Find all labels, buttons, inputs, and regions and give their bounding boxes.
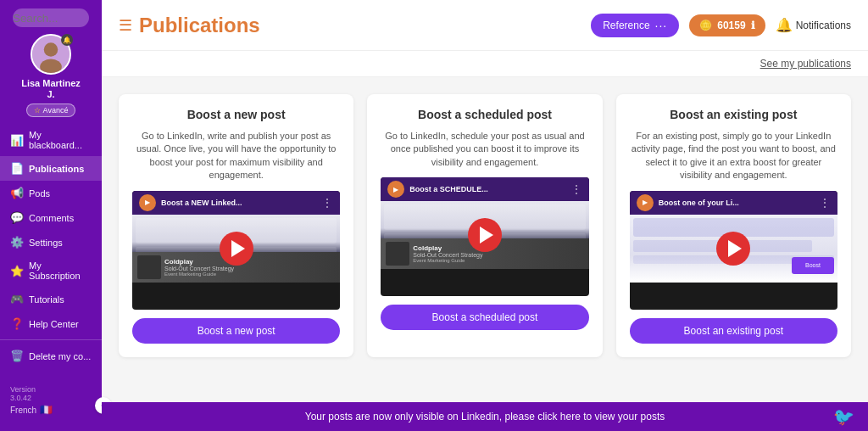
sidebar-nav: 📊 My blackboard... 📄 Publications 📢 Pods… bbox=[0, 124, 102, 368]
sidebar: 🔔 Lisa Martinez J. ☆ Avancé 📊 My blackbo… bbox=[0, 0, 102, 431]
play-triangle-icon bbox=[231, 240, 245, 257]
card-existing-post: Boost an existing post For an existing p… bbox=[616, 94, 851, 357]
video-logo-3: ▶ bbox=[637, 194, 654, 211]
video-menu-icon: ⋮ bbox=[321, 196, 333, 210]
star-icon: ⭐ bbox=[10, 265, 24, 277]
boost-new-post-button[interactable]: Boost a new post bbox=[132, 318, 340, 344]
version-text: Version bbox=[10, 385, 92, 394]
video-menu-icon-3: ⋮ bbox=[819, 196, 831, 210]
card-existing-post-title: Boost an existing post bbox=[670, 108, 797, 121]
video-top-bar-3: ▶ Boost one of your Li... ⋮ bbox=[630, 191, 837, 215]
video-title-text: Boost a NEW Linked... bbox=[161, 199, 316, 207]
language-label: French bbox=[10, 406, 36, 415]
flag-icon: 🇫🇷 bbox=[40, 404, 53, 416]
card-existing-post-video[interactable]: ▶ Boost one of your Li... ⋮ Boost bbox=[630, 191, 837, 310]
sidebar-label-settings: Settings bbox=[29, 238, 63, 248]
header: ☰ Publications Reference ··· 🪙 60159 ℹ 🔔… bbox=[102, 0, 868, 51]
content-area: Boost a new post Go to LinkedIn, write a… bbox=[102, 77, 868, 402]
notifications-button[interactable]: 🔔 Notifications bbox=[776, 17, 851, 33]
video-mock-content: Coldplay Sold-Out Concert Strategy Event… bbox=[132, 215, 340, 283]
comments-icon: 💬 bbox=[10, 211, 24, 224]
page-title-area: ☰ Publications bbox=[119, 14, 260, 37]
sidebar-label-help: Help Center bbox=[29, 319, 79, 329]
coin-value: 60159 bbox=[717, 20, 745, 31]
video-top-bar-2: ▶ Boost a SCHEDULE... ⋮ bbox=[381, 177, 588, 201]
video-mock-content-3: Boost bbox=[630, 215, 837, 283]
user-name: Lisa Martinez bbox=[21, 78, 81, 89]
see-publications-link[interactable]: See my publications bbox=[760, 58, 851, 70]
card-scheduled-post: Boost a scheduled post Go to LinkedIn, s… bbox=[367, 94, 602, 357]
card-scheduled-post-desc: Go to LinkedIn, schedule your post as us… bbox=[381, 130, 588, 169]
video-logo: ▶ bbox=[139, 194, 156, 211]
sidebar-search-input[interactable] bbox=[13, 8, 89, 27]
card-scheduled-post-video[interactable]: ▶ Boost a SCHEDULE... ⋮ Coldplay Sold-Ou bbox=[381, 177, 588, 296]
video-logo-2: ▶ bbox=[387, 181, 404, 198]
bottom-notification-bar[interactable]: Your posts are now only visible on Linke… bbox=[102, 402, 868, 431]
sidebar-label-pods: Pods bbox=[29, 188, 50, 199]
gear-icon: ⚙️ bbox=[10, 236, 24, 249]
coin-badge: 🪙 60159 ℹ bbox=[689, 14, 765, 36]
play-button-3[interactable] bbox=[716, 232, 750, 266]
sidebar-label-publications: Publications bbox=[29, 164, 84, 174]
sidebar-item-tutorials[interactable]: 🎮 Tutorials bbox=[0, 287, 102, 311]
sidebar-item-pods[interactable]: 📢 Pods bbox=[0, 181, 102, 205]
card-new-post-video[interactable]: ▶ Boost a NEW Linked... ⋮ Coldplay bbox=[132, 191, 340, 310]
video-title-text-3: Boost one of your Li... bbox=[659, 199, 814, 207]
coin-icon: 🪙 bbox=[699, 20, 712, 31]
sidebar-item-delete[interactable]: 🗑️ Delete my co... bbox=[0, 344, 102, 368]
bottom-message: Your posts are now only visible on Linke… bbox=[305, 411, 665, 423]
sidebar-item-settings[interactable]: ⚙️ Settings bbox=[0, 230, 102, 255]
sidebar-item-comments[interactable]: 💬 Comments bbox=[0, 205, 102, 230]
play-button[interactable] bbox=[220, 232, 253, 266]
publications-icon: 📄 bbox=[10, 162, 24, 175]
video-top-bar: ▶ Boost a NEW Linked... ⋮ bbox=[132, 191, 340, 215]
dashboard-icon: 📊 bbox=[10, 134, 24, 147]
video-mock-content-2: Coldplay Sold-Out Concert Strategy Event… bbox=[381, 201, 588, 269]
title-icon: ☰ bbox=[119, 16, 132, 35]
tier-label: Avancé bbox=[43, 106, 69, 115]
sidebar-label-dashboard: My blackboard... bbox=[29, 130, 92, 150]
sidebar-label-tutorials: Tutorials bbox=[29, 294, 64, 305]
header-right: Reference ··· 🪙 60159 ℹ 🔔 Notifications bbox=[591, 14, 851, 37]
boost-scheduled-post-button[interactable]: Boost a scheduled post bbox=[381, 305, 588, 330]
bell-icon: 🔔 bbox=[776, 17, 793, 33]
tier-badge: ☆ Avancé bbox=[26, 104, 76, 117]
reference-dots: ··· bbox=[655, 19, 668, 32]
card-existing-post-desc: For an existing post, simply go to your … bbox=[630, 130, 837, 182]
trash-icon: 🗑️ bbox=[10, 350, 24, 362]
play-triangle-icon-2 bbox=[480, 227, 493, 243]
pods-icon: 📢 bbox=[10, 187, 24, 199]
sidebar-item-help[interactable]: ❓ Help Center bbox=[0, 311, 102, 336]
bird-icon: 🐦 bbox=[833, 406, 854, 427]
play-triangle-icon-3 bbox=[728, 240, 742, 257]
avatar-container: 🔔 bbox=[31, 34, 71, 75]
page-title: Publications bbox=[139, 14, 260, 37]
card-scheduled-post-title: Boost a scheduled post bbox=[418, 108, 552, 121]
info-icon: ℹ bbox=[751, 20, 755, 31]
cards-row: Boost a new post Go to LinkedIn, write a… bbox=[119, 94, 851, 357]
language-row: French 🇫🇷 bbox=[10, 404, 92, 416]
reference-label: Reference bbox=[603, 20, 649, 31]
play-button-2[interactable] bbox=[468, 218, 502, 252]
video-menu-icon-2: ⋮ bbox=[570, 182, 582, 196]
notifications-label: Notifications bbox=[796, 20, 851, 31]
sidebar-item-subscription[interactable]: ⭐ My Subscription bbox=[0, 255, 102, 287]
svg-point-1 bbox=[44, 42, 58, 57]
sub-header: See my publications bbox=[102, 51, 868, 77]
notification-dot: 🔔 bbox=[61, 34, 73, 46]
sidebar-label-subscription: My Subscription bbox=[29, 260, 92, 281]
card-new-post: Boost a new post Go to LinkedIn, write a… bbox=[119, 94, 353, 357]
main-content: ☰ Publications Reference ··· 🪙 60159 ℹ 🔔… bbox=[102, 0, 868, 431]
boost-existing-post-button[interactable]: Boost an existing post bbox=[630, 318, 837, 344]
sidebar-item-publications[interactable]: 📄 Publications bbox=[0, 156, 102, 181]
sidebar-label-delete: Delete my co... bbox=[29, 351, 91, 361]
version-number: 3.0.42 bbox=[10, 394, 92, 402]
help-icon: ❓ bbox=[10, 317, 24, 330]
user-name-line2: J. bbox=[47, 89, 54, 100]
card-new-post-title: Boost a new post bbox=[187, 108, 286, 121]
sidebar-bottom: Version 3.0.42 French 🇫🇷 bbox=[0, 378, 102, 423]
sidebar-label-comments: Comments bbox=[29, 213, 74, 223]
sidebar-item-dashboard[interactable]: 📊 My blackboard... bbox=[0, 124, 102, 156]
reference-button[interactable]: Reference ··· bbox=[591, 14, 679, 37]
tutorials-icon: 🎮 bbox=[10, 293, 24, 305]
